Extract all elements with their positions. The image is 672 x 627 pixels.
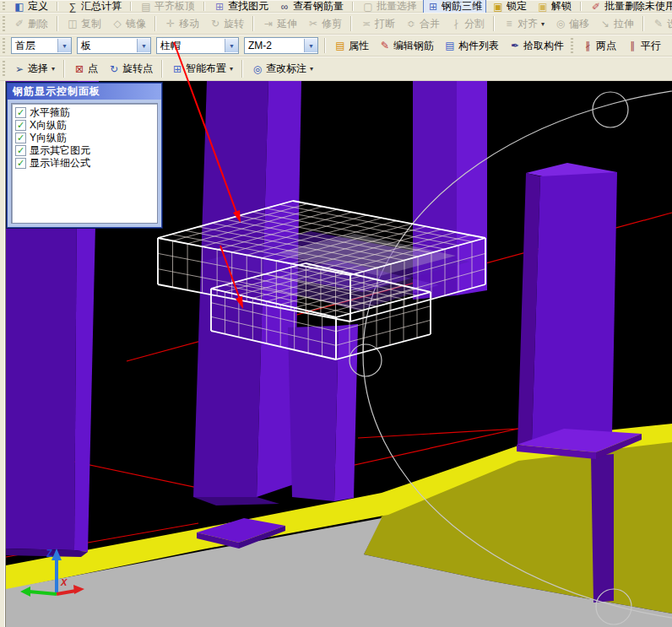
column-right[interactable] bbox=[532, 172, 617, 441]
unlock-icon: ▣ bbox=[537, 2, 549, 12]
check-annotation-icon: ◎ bbox=[252, 64, 263, 74]
define-button[interactable]: ◧定义 bbox=[9, 0, 52, 13]
floor-select-value: 首层 bbox=[12, 39, 57, 53]
display-option[interactable]: ✓Y向纵筋 bbox=[14, 132, 155, 144]
button-label: 构件列表 bbox=[458, 39, 499, 53]
parallel-icon: ∥ bbox=[626, 41, 638, 51]
element-type-select-value: 板 bbox=[78, 39, 137, 53]
dropdown-caret-icon: ▾ bbox=[51, 65, 55, 73]
select-button[interactable]: ➢选择▾ bbox=[9, 60, 59, 78]
display-option[interactable]: ✓X向纵筋 bbox=[14, 119, 155, 132]
two-point-button[interactable]: ∦两点 bbox=[577, 37, 621, 55]
button-label: 属性 bbox=[349, 39, 369, 53]
trim-icon: ✂ bbox=[307, 19, 319, 29]
view-rebar-button[interactable]: ∞查看钢筋量 bbox=[274, 0, 348, 13]
split-icon: ∤ bbox=[450, 19, 462, 29]
display-option[interactable]: ✓显示详细公式 bbox=[14, 157, 155, 170]
batch-select-icon: ▢ bbox=[362, 2, 374, 12]
column-thin-lower[interactable] bbox=[591, 454, 614, 603]
align-button: ≡对齐▾ bbox=[499, 15, 549, 33]
rebar-3d-button[interactable]: ⊞钢筋三维 bbox=[423, 0, 486, 13]
edit-rebar-button[interactable]: ✎编辑钢筋 bbox=[375, 37, 438, 55]
batch-delete-button[interactable]: ✐批量删除未使用构件 bbox=[586, 0, 672, 13]
dropdown-arrow-icon[interactable]: ▼ bbox=[225, 39, 238, 52]
dropdown-caret-icon: ▾ bbox=[230, 65, 233, 73]
component-select[interactable]: ZM-2▼ bbox=[244, 37, 318, 54]
two-point-icon: ∦ bbox=[582, 41, 593, 51]
offset-button: ◎偏移 bbox=[550, 15, 593, 33]
component-list-button[interactable]: ▤构件列表 bbox=[440, 37, 503, 55]
properties-icon: ▤ bbox=[334, 41, 346, 51]
batch-select-button: ▢批量选择 bbox=[358, 0, 421, 13]
parallel-button[interactable]: ∥平行 bbox=[622, 37, 665, 55]
extend-button: ⇥延伸 bbox=[258, 15, 301, 33]
view-rebar-icon: ∞ bbox=[279, 2, 290, 12]
rotate-icon: ↻ bbox=[209, 19, 221, 29]
floor-select[interactable]: 首层▼ bbox=[11, 37, 72, 54]
lock-button[interactable]: ▣锁定 bbox=[488, 0, 531, 13]
unlock-button[interactable]: ▣解锁 bbox=[533, 0, 576, 13]
find-element-button[interactable]: ⊞查找图元 bbox=[209, 0, 273, 13]
panel-title[interactable]: 钢筋显示控制面板 bbox=[8, 84, 161, 100]
button-label: 镜像 bbox=[126, 17, 146, 31]
stretch-icon: ↘ bbox=[599, 19, 611, 29]
panel-option-list: ✓水平箍筋✓X向纵筋✓Y向纵筋✓显示其它图元✓显示详细公式 bbox=[11, 103, 158, 224]
pick-component-button[interactable]: ✒拾取构件 bbox=[505, 37, 568, 55]
point-icon: ⊠ bbox=[73, 64, 85, 74]
check-annotation-button[interactable]: ◎查改标注▾ bbox=[247, 60, 317, 78]
dropdown-arrow-icon[interactable]: ▼ bbox=[304, 39, 317, 52]
sum-calc-button[interactable]: ∑汇总计算 bbox=[62, 0, 126, 13]
button-label: 定义 bbox=[28, 0, 48, 13]
button-label: 汇总计算 bbox=[81, 0, 122, 13]
button-label: 偏移 bbox=[569, 17, 589, 31]
define-icon: ◧ bbox=[14, 2, 25, 12]
break-button: ≍打断 bbox=[356, 15, 399, 33]
trim-button: ✂修剪 bbox=[303, 15, 346, 33]
3d-viewport[interactable]: Z X 钢筋显示控制面板 ✓水平箍筋✓X向纵筋✓Y向纵筋✓显示其它图元✓显示详细… bbox=[6, 81, 672, 627]
properties-button[interactable]: ▤属性 bbox=[330, 37, 373, 55]
checkbox[interactable]: ✓ bbox=[15, 145, 26, 156]
button-label: 智能布置 bbox=[186, 62, 226, 76]
element-subtype-select[interactable]: 柱帽▼ bbox=[156, 37, 239, 54]
window-left-edge bbox=[0, 81, 6, 627]
display-option[interactable]: ✓水平箍筋 bbox=[14, 106, 155, 119]
smart-layout-button[interactable]: ⊞智能布置▾ bbox=[167, 60, 237, 78]
dropdown-arrow-icon[interactable]: ▼ bbox=[137, 39, 150, 52]
button-label: 拾取构件 bbox=[523, 39, 564, 53]
button-label: 编辑钢筋 bbox=[393, 39, 434, 53]
grip-settings-button: ✎设置夹点 bbox=[648, 15, 672, 33]
toolbar-grip bbox=[3, 61, 5, 78]
toolbar-grip bbox=[3, 16, 5, 31]
select-icon: ➢ bbox=[14, 64, 25, 74]
checkbox[interactable]: ✓ bbox=[15, 120, 26, 131]
toolbar-separator bbox=[161, 60, 163, 78]
checkbox[interactable]: ✓ bbox=[15, 132, 26, 143]
context-toolbar: 首层▼板▼柱帽▼ZM-2▼▤属性✎编辑钢筋▤构件列表✒拾取构件∦两点∥平行∠点角… bbox=[0, 35, 672, 57]
rebar-display-panel[interactable]: 钢筋显示控制面板 ✓水平箍筋✓X向纵筋✓Y向纵筋✓显示其它图元✓显示详细公式 bbox=[7, 83, 162, 228]
toolbar-separator bbox=[352, 2, 354, 11]
toolbar-separator bbox=[350, 16, 352, 32]
toolbar-separator bbox=[580, 2, 582, 11]
button-label: 锁定 bbox=[507, 0, 527, 13]
column-under-cap[interactable] bbox=[288, 326, 339, 501]
button-label: 平齐板顶 bbox=[154, 0, 195, 13]
button-label: 拉伸 bbox=[614, 17, 634, 31]
dropdown-arrow-icon[interactable]: ▼ bbox=[57, 39, 71, 52]
checkbox[interactable]: ✓ bbox=[15, 107, 26, 118]
display-option[interactable]: ✓显示其它图元 bbox=[14, 144, 155, 157]
copy-button: ◫复制 bbox=[62, 15, 106, 33]
component-select-value: ZM-2 bbox=[245, 40, 304, 51]
draw-toolbar: ➢选择▾⊠点↻旋转点⊞智能布置▾◎查改标注▾ bbox=[0, 57, 672, 81]
point-button[interactable]: ⊠点 bbox=[69, 60, 102, 78]
rotate-point-button[interactable]: ↻旋转点 bbox=[104, 60, 157, 78]
toolbar-grip bbox=[571, 38, 573, 53]
point-angle-button[interactable]: ∠点角▾ bbox=[667, 37, 672, 55]
button-label: 解锁 bbox=[551, 0, 572, 13]
element-type-select[interactable]: 板▼ bbox=[77, 37, 151, 54]
checkbox[interactable]: ✓ bbox=[15, 158, 26, 169]
button-label: 旋转点 bbox=[122, 62, 153, 76]
toolbar-separator bbox=[57, 2, 58, 11]
move-icon: ✛ bbox=[165, 19, 176, 29]
find-element-icon: ⊞ bbox=[214, 2, 225, 12]
delete-button: ✐删除 bbox=[9, 15, 52, 33]
